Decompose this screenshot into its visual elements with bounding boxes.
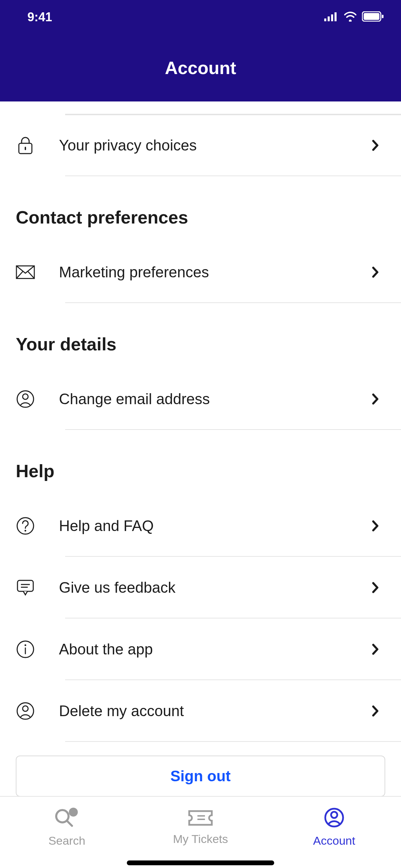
- svg-rect-8: [25, 147, 26, 150]
- row-label: Change email address: [59, 390, 369, 408]
- person-circle-icon: [16, 701, 35, 721]
- svg-point-21: [23, 706, 28, 711]
- svg-point-12: [17, 518, 34, 534]
- question-circle-icon: [16, 516, 35, 535]
- row-change-email[interactable]: Change email address: [0, 368, 401, 430]
- page-title: Account: [165, 58, 236, 78]
- wifi-icon: [343, 11, 357, 23]
- row-label: Marketing preferences: [59, 264, 369, 281]
- svg-rect-6: [382, 15, 384, 18]
- row-delete-account[interactable]: Delete my account: [0, 680, 401, 742]
- chevron-right-icon: [369, 581, 382, 594]
- svg-point-24: [69, 808, 78, 817]
- content: Your privacy choices Contact preferences…: [0, 101, 401, 796]
- cellular-icon: [324, 12, 339, 23]
- row-about-app[interactable]: About the app: [0, 618, 401, 680]
- row-label: Help and FAQ: [59, 517, 369, 534]
- chat-icon: [16, 578, 35, 597]
- svg-rect-0: [324, 19, 326, 21]
- tab-search[interactable]: Search: [0, 797, 134, 858]
- account-icon: [324, 807, 344, 829]
- svg-point-13: [25, 530, 26, 532]
- home-indicator-area: [0, 858, 401, 868]
- section-help: Help: [0, 430, 401, 495]
- info-circle-icon: [16, 640, 35, 659]
- tab-label: My Tickets: [173, 832, 228, 846]
- svg-rect-1: [328, 16, 330, 21]
- mail-icon: [16, 263, 35, 282]
- svg-rect-2: [331, 14, 333, 21]
- row-label: Delete my account: [59, 702, 369, 720]
- status-time: 9:41: [27, 10, 52, 24]
- svg-rect-5: [364, 13, 379, 20]
- svg-point-18: [25, 644, 26, 646]
- home-indicator[interactable]: [127, 860, 274, 865]
- row-feedback[interactable]: Give us feedback: [0, 557, 401, 618]
- svg-line-23: [67, 821, 72, 826]
- nav-header: Account: [0, 34, 401, 101]
- signout-wrap: Sign out: [0, 742, 401, 796]
- chevron-right-icon: [369, 393, 382, 405]
- chevron-right-icon: [369, 705, 382, 717]
- tab-account[interactable]: Account: [267, 797, 401, 858]
- chevron-right-icon: [369, 643, 382, 655]
- svg-point-28: [331, 812, 337, 818]
- svg-rect-3: [335, 12, 337, 21]
- bottom-tab-bar: Search My Tickets Account: [0, 796, 401, 858]
- row-marketing-prefs[interactable]: Marketing preferences: [0, 241, 401, 303]
- row-help-faq[interactable]: Help and FAQ: [0, 495, 401, 557]
- status-icons: [324, 11, 384, 23]
- row-label: Give us feedback: [59, 579, 369, 596]
- sign-out-button[interactable]: Sign out: [16, 756, 385, 796]
- chevron-right-icon: [369, 266, 382, 278]
- search-icon: [53, 807, 80, 829]
- svg-rect-14: [17, 580, 33, 591]
- row-label: About the app: [59, 641, 369, 658]
- row-privacy-choices[interactable]: Your privacy choices: [0, 114, 401, 176]
- ticket-icon: [187, 809, 214, 828]
- tab-my-tickets[interactable]: My Tickets: [134, 797, 267, 858]
- svg-point-11: [23, 394, 28, 399]
- chevron-right-icon: [369, 520, 382, 532]
- partial-row-above: [0, 101, 401, 114]
- section-your-details: Your details: [0, 303, 401, 368]
- section-contact-prefs: Contact preferences: [0, 176, 401, 241]
- tab-label: Account: [313, 834, 355, 847]
- chevron-right-icon: [369, 139, 382, 152]
- status-bar: 9:41: [0, 0, 401, 34]
- row-label: Your privacy choices: [59, 137, 369, 154]
- lock-icon: [16, 136, 35, 155]
- tab-label: Search: [48, 834, 85, 847]
- battery-icon: [362, 11, 384, 23]
- person-circle-icon: [16, 389, 35, 409]
